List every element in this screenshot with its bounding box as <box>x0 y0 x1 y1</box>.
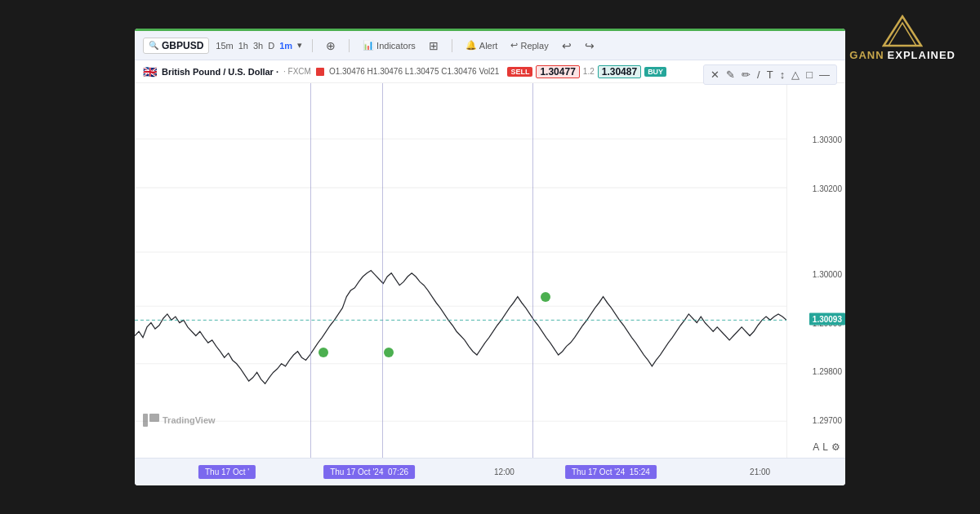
separator-2 <box>349 39 350 52</box>
tv-label: TradingView <box>163 415 216 425</box>
alert-icon: 🔔 <box>466 40 477 51</box>
tf-D[interactable]: D <box>268 41 274 51</box>
line-icon[interactable]: / <box>755 68 762 82</box>
spread-label: 1.2 <box>583 67 595 76</box>
axis-bottom-icons: A L ⚙ <box>813 441 840 453</box>
alert-btn[interactable]: 🔔 Alert <box>462 38 501 52</box>
triangle-icon[interactable]: △ <box>790 68 801 82</box>
symbol-selector[interactable]: 🔍 GBPUSD <box>143 38 209 54</box>
drawing-toolbar: ✕ ✎ ✏ / T ↕ △ □ — <box>703 64 837 85</box>
logo-explained: EXPLAINED <box>888 49 956 61</box>
vline-1 <box>310 83 311 458</box>
cursor-icon[interactable]: ✕ <box>709 68 721 82</box>
chart-area: TradingView 1.30300 1.30200 1.30000 1.29… <box>135 83 845 458</box>
svg-rect-11 <box>149 414 159 422</box>
axis-l-btn[interactable]: L <box>822 441 828 453</box>
svg-marker-1 <box>889 23 916 46</box>
dash-icon[interactable]: — <box>817 68 831 82</box>
color-indicator <box>316 68 324 76</box>
vline-3 <box>532 83 533 458</box>
logo-gann: GANN <box>849 49 884 61</box>
tradingview-watermark: TradingView <box>143 414 216 427</box>
undo-icon[interactable]: ↩ <box>559 38 575 54</box>
price-axis: 1.30300 1.30200 1.30000 1.29900 1.29800 … <box>786 83 845 458</box>
time-label-1: Thu 17 Oct ' <box>198 465 256 479</box>
buy-badge: BUY <box>644 67 666 77</box>
buy-price[interactable]: 1.30487 <box>598 65 641 78</box>
current-price: 1.30093 <box>809 313 845 326</box>
vline-2 <box>382 83 383 458</box>
tf-dropdown-icon[interactable]: ▾ <box>297 40 302 51</box>
sell-price[interactable]: 1.30477 <box>536 65 579 78</box>
axis-a-btn[interactable]: A <box>813 441 819 453</box>
green-dot-2 <box>384 348 394 357</box>
logo-text: GANN EXPLAINED <box>849 49 956 61</box>
tf-1h[interactable]: 1h <box>238 41 248 51</box>
axis-settings-icon[interactable]: ⚙ <box>831 441 840 453</box>
indicators-btn[interactable]: 📊 Indicators <box>359 38 419 52</box>
separator-1 <box>312 39 313 52</box>
pen-icon[interactable]: ✎ <box>724 68 737 82</box>
svg-rect-10 <box>143 414 148 427</box>
chart-svg <box>135 83 786 458</box>
price-level-6: 1.29700 <box>813 416 842 425</box>
text-icon[interactable]: T <box>765 68 775 82</box>
redo-icon[interactable]: ↪ <box>581 38 598 54</box>
svg-marker-0 <box>884 16 921 46</box>
sell-badge: SELL <box>507 67 532 77</box>
chart-panel: 🔍 GBPUSD 15m 1h 3h D 1m ▾ ⊕ 📊 Indicators… <box>135 29 845 485</box>
measure-icon[interactable]: ↕ <box>778 68 787 82</box>
toolbar: 🔍 GBPUSD 15m 1h 3h D 1m ▾ ⊕ 📊 Indicators… <box>135 31 845 60</box>
main-container: GANN EXPLAINED 🔍 GBPUSD 15m 1h 3h D 1m ▾… <box>0 0 980 514</box>
tf-1m[interactable]: 1m <box>279 41 292 51</box>
ohlc-info: O1.30476 H1.30476 L1.30475 C1.30476 Vol2… <box>329 67 500 76</box>
time-label-4: Thu 17 Oct '24 15:24 <box>565 465 657 479</box>
alert-label: Alert <box>479 41 498 51</box>
price-level-2: 1.30200 <box>813 184 842 193</box>
chart-content[interactable]: TradingView <box>135 83 786 458</box>
indicators-icon: 📊 <box>363 40 374 51</box>
pencil-icon[interactable]: ✏ <box>740 68 752 82</box>
price-level-5: 1.29800 <box>813 367 842 376</box>
time-label-3: 12:00 <box>494 467 514 476</box>
exchange-label: · FXCM <box>283 67 311 76</box>
logo-area: GANN EXPLAINED <box>849 15 956 61</box>
rect-icon[interactable]: □ <box>804 68 814 82</box>
time-axis: Thu 17 Oct ' Thu 17 Oct '24 07:26 12:00 … <box>135 458 845 485</box>
replay-icon: ↩ <box>510 40 518 51</box>
indicators-label: Indicators <box>376 41 416 51</box>
price-level-1: 1.30300 <box>813 135 842 144</box>
time-label-2: Thu 17 Oct '24 07:26 <box>323 465 415 479</box>
search-icon: 🔍 <box>149 41 158 50</box>
gann-logo-icon <box>882 15 923 47</box>
replay-btn[interactable]: ↩ Replay <box>507 38 551 52</box>
green-dot-1 <box>318 348 328 357</box>
timeframe-selector: 15m 1h 3h D 1m ▾ <box>216 40 302 51</box>
tv-logo-icon <box>143 414 159 427</box>
replay-label: Replay <box>520 41 548 51</box>
compare-icon[interactable]: ⊕ <box>323 38 339 54</box>
separator-3 <box>452 39 452 52</box>
symbol-name: British Pound / U.S. Dollar · <box>162 67 278 77</box>
tf-15m[interactable]: 15m <box>216 41 233 51</box>
symbol-label: GBPUSD <box>162 40 203 51</box>
layout-icon[interactable]: ⊞ <box>425 38 442 54</box>
green-dot-3 <box>541 292 550 302</box>
tf-3h[interactable]: 3h <box>253 41 263 51</box>
time-label-5: 21:00 <box>750 467 770 476</box>
price-level-3: 1.30000 <box>813 270 842 279</box>
